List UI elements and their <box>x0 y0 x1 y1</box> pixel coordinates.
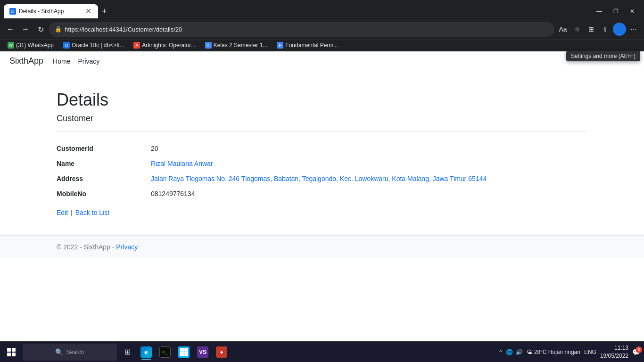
customer-detail-table: CustomerId 20 Name Rizal Maulana Anwar A… <box>57 141 575 201</box>
share-button[interactable]: ⇪ <box>599 23 612 36</box>
lock-icon: 🔒 <box>55 26 62 33</box>
app-content: SixthApp Home Privacy Details Customer C… <box>0 51 644 320</box>
url-text: https://localhost:44341/Customer/details… <box>65 26 549 33</box>
browser-chrome: D Details - SixthApp ✕ + — ❐ ✕ ← → ↻ 🔒 h… <box>0 0 644 51</box>
new-tab-button[interactable]: + <box>98 5 111 18</box>
bookmark-arknights[interactable]: A Arknights: Operator... <box>130 41 199 49</box>
bookmark-whatsapp-label: (31) WhatsApp <box>16 42 54 49</box>
detail-row-mobileno: MobileNo 081249776134 <box>57 186 575 201</box>
maximize-button[interactable]: ❐ <box>608 4 624 19</box>
profile-button[interactable]: 👤 <box>613 23 626 36</box>
action-separator: | <box>71 209 73 216</box>
oracle-favicon: O <box>63 42 70 49</box>
label-name: Name <box>57 160 151 167</box>
collections-button[interactable]: ⊞ <box>585 23 598 36</box>
value-address: Jalan Raya Tlogomas No. 246 Tlogomas, Ba… <box>151 175 575 182</box>
value-customerid: 20 <box>151 145 575 152</box>
detail-row-address: Address Jalan Raya Tlogomas No. 246 Tlog… <box>57 171 575 186</box>
nav-privacy[interactable]: Privacy <box>78 58 99 65</box>
tab-favicon: D <box>9 8 16 15</box>
address-bar[interactable]: 🔒 https://localhost:44341/Customer/detai… <box>49 22 554 37</box>
bookmark-oracle-label: Oracle 18c | db<>fi... <box>72 42 124 49</box>
app-brand[interactable]: SixthApp <box>9 56 43 66</box>
nav-links: Home Privacy <box>53 58 99 65</box>
label-address: Address <box>57 175 151 182</box>
tab-title: Details - SixthApp <box>19 8 81 15</box>
section-divider <box>57 131 587 132</box>
bookmark-kelas-label: Kelas 2 Semester 1... <box>214 42 268 49</box>
kelas-favicon: K <box>205 42 212 49</box>
whatsapp-favicon: W <box>8 42 14 49</box>
nav-home[interactable]: Home <box>53 58 70 65</box>
bookmark-whatsapp[interactable]: W (31) WhatsApp <box>4 41 58 49</box>
bookmark-oracle[interactable]: O Oracle 18c | db<>fi... <box>59 41 128 49</box>
window-controls: — ❐ ✕ <box>591 4 640 19</box>
bookmarks-bar: W (31) WhatsApp O Oracle 18c | db<>fi...… <box>0 40 644 51</box>
page-title: Details <box>57 90 587 110</box>
footer-copyright: © 2022 - SixthApp - <box>57 243 116 251</box>
back-button[interactable]: ← <box>4 23 17 36</box>
page-subtitle: Customer <box>57 114 587 123</box>
back-to-list-link[interactable]: Back to List <box>75 209 109 216</box>
forward-button[interactable]: → <box>19 23 32 36</box>
fundamental-favicon: F <box>277 42 283 49</box>
close-button[interactable]: ✕ <box>624 4 640 19</box>
footer-text: © 2022 - SixthApp - Privacy <box>57 243 138 251</box>
arknights-favicon: A <box>133 42 140 49</box>
bookmark-kelas[interactable]: K Kelas 2 Semester 1... <box>201 41 272 49</box>
detail-row-customerid: CustomerId 20 <box>57 141 575 156</box>
main-content: Details Customer CustomerId 20 Name Riza… <box>0 71 644 235</box>
app-nav: SixthApp Home Privacy <box>0 51 644 71</box>
bookmark-fundamental-label: Fundamental Pemr... <box>285 42 338 49</box>
detail-row-name: Name Rizal Maulana Anwar <box>57 156 575 171</box>
action-links: Edit | Back to List <box>57 209 587 216</box>
favorites-button[interactable]: ☆ <box>570 23 584 36</box>
bookmark-arknights-label: Arknights: Operator... <box>142 42 195 49</box>
minimize-button[interactable]: — <box>591 4 608 19</box>
bookmark-fundamental[interactable]: F Fundamental Pemr... <box>273 41 341 49</box>
settings-tooltip: Settings and more (Alt+F) <box>566 51 640 61</box>
browser-toolbar: ← → ↻ 🔒 https://localhost:44341/Customer… <box>0 19 644 40</box>
label-customerid: CustomerId <box>57 145 151 152</box>
active-tab[interactable]: D Details - SixthApp ✕ <box>4 4 98 18</box>
footer-privacy-link[interactable]: Privacy <box>116 243 138 251</box>
toolbar-actions: Aa ☆ ⊞ ⇪ 👤 ⋯ <box>556 23 640 36</box>
edit-link[interactable]: Edit <box>57 209 68 216</box>
value-mobileno: 081249776134 <box>151 190 575 197</box>
label-mobileno: MobileNo <box>57 190 151 197</box>
reload-button[interactable]: ↻ <box>34 23 47 36</box>
value-name: Rizal Maulana Anwar <box>151 160 575 167</box>
settings-button[interactable]: ⋯ <box>627 23 640 36</box>
tab-bar: D Details - SixthApp ✕ + — ❐ ✕ <box>0 0 644 19</box>
tab-close-button[interactable]: ✕ <box>84 7 92 16</box>
app-footer: © 2022 - SixthApp - Privacy <box>0 235 644 258</box>
reading-mode-button[interactable]: Aa <box>556 23 570 36</box>
